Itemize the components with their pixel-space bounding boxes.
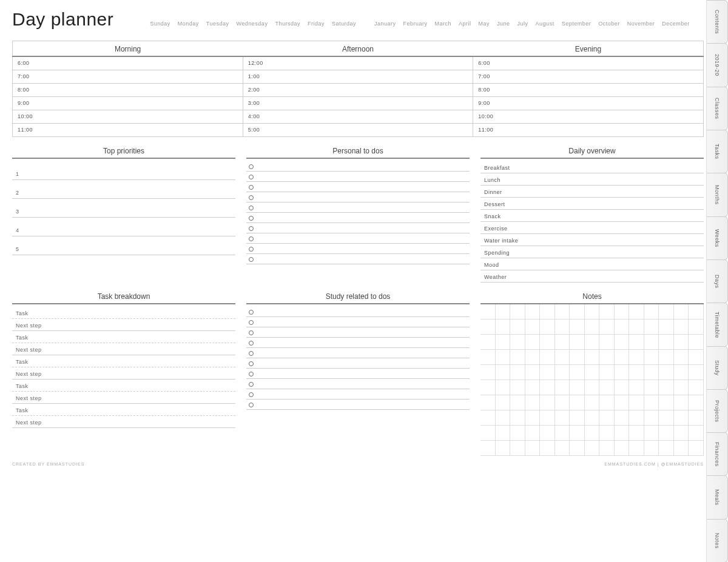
month-november[interactable]: November: [627, 21, 655, 27]
month-october[interactable]: October: [598, 21, 620, 27]
breakdown-task-row[interactable]: Task: [12, 355, 235, 367]
tab-projects[interactable]: Projects: [706, 389, 728, 433]
schedule-cell[interactable]: 10:00: [13, 110, 243, 123]
radio-icon[interactable]: [249, 257, 254, 262]
schedule-cell[interactable]: 11:00: [473, 123, 704, 136]
overview-row[interactable]: Dessert: [480, 198, 704, 210]
overview-row[interactable]: Dinner: [480, 186, 704, 198]
month-january[interactable]: January: [374, 21, 396, 27]
radio-icon[interactable]: [249, 247, 254, 252]
weekday-sunday[interactable]: Sunday: [150, 21, 170, 27]
schedule-cell[interactable]: 3:00: [243, 96, 473, 110]
radio-icon[interactable]: [249, 236, 254, 241]
study-todo-row[interactable]: [246, 389, 470, 400]
personal-todo-row[interactable]: [246, 213, 470, 223]
schedule-cell[interactable]: 6:00: [473, 56, 704, 70]
schedule-cell[interactable]: 4:00: [243, 110, 473, 123]
radio-icon[interactable]: [249, 320, 254, 325]
radio-icon[interactable]: [249, 330, 254, 335]
radio-icon[interactable]: [249, 195, 254, 200]
breakdown-task-row[interactable]: Task: [12, 307, 235, 319]
month-september[interactable]: September: [562, 21, 592, 27]
radio-icon[interactable]: [249, 216, 254, 221]
radio-icon[interactable]: [249, 185, 254, 190]
month-may[interactable]: May: [479, 21, 490, 27]
radio-icon[interactable]: [249, 341, 254, 346]
tab-meals[interactable]: Meals: [706, 475, 728, 519]
radio-icon[interactable]: [249, 403, 254, 407]
radio-icon[interactable]: [249, 392, 254, 397]
breakdown-task-row[interactable]: Task: [12, 404, 235, 416]
study-todo-row[interactable]: [246, 317, 470, 327]
breakdown-next-row[interactable]: Next step: [12, 319, 235, 331]
schedule-cell[interactable]: 7:00: [13, 70, 243, 83]
radio-icon[interactable]: [249, 382, 254, 387]
priority-row[interactable]: 3: [12, 199, 235, 218]
overview-row[interactable]: Water intake: [480, 234, 704, 246]
month-july[interactable]: July: [517, 21, 528, 27]
overview-row[interactable]: Breakfast: [480, 161, 704, 173]
month-april[interactable]: April: [459, 21, 471, 27]
tab-contents[interactable]: Contents: [706, 0, 728, 44]
weekday-friday[interactable]: Friday: [308, 21, 325, 27]
schedule-cell[interactable]: 10:00: [473, 110, 704, 123]
breakdown-task-row[interactable]: Task: [12, 380, 235, 392]
tab-finances[interactable]: Finances: [706, 432, 728, 476]
radio-icon[interactable]: [249, 226, 254, 231]
tab-timetable[interactable]: Timetable: [706, 303, 728, 346]
month-march[interactable]: March: [435, 21, 452, 27]
tab-classes[interactable]: Classes: [706, 87, 728, 130]
schedule-cell[interactable]: 6:00: [13, 56, 243, 70]
study-todo-row[interactable]: [246, 338, 470, 348]
radio-icon[interactable]: [249, 206, 254, 210]
study-todo-row[interactable]: [246, 400, 470, 410]
tab-tasks[interactable]: Tasks: [706, 130, 728, 173]
weekday-wednesday[interactable]: Wednesday: [237, 21, 268, 27]
overview-row[interactable]: Exercise: [480, 222, 704, 234]
weekday-saturday[interactable]: Saturday: [332, 21, 356, 27]
weekday-monday[interactable]: Monday: [178, 21, 199, 27]
personal-todo-row[interactable]: [246, 254, 470, 264]
weekday-tuesday[interactable]: Tuesday: [206, 21, 229, 27]
study-todo-row[interactable]: [246, 327, 470, 338]
schedule-cell[interactable]: 8:00: [473, 83, 704, 96]
overview-row[interactable]: Mood: [480, 258, 704, 270]
overview-row[interactable]: Snack: [480, 210, 704, 222]
schedule-cell[interactable]: 9:00: [13, 96, 243, 110]
schedule-cell[interactable]: 1:00: [243, 70, 473, 83]
personal-todo-row[interactable]: [246, 161, 470, 172]
breakdown-next-row[interactable]: Next step: [12, 343, 235, 355]
overview-row[interactable]: Weather: [480, 270, 704, 283]
schedule-cell[interactable]: 12:00: [243, 56, 473, 70]
personal-todo-row[interactable]: [246, 233, 470, 244]
schedule-cell[interactable]: 8:00: [13, 83, 243, 96]
study-todo-row[interactable]: [246, 358, 470, 369]
radio-icon[interactable]: [249, 361, 254, 366]
priority-row[interactable]: 5: [12, 236, 235, 255]
study-todo-row[interactable]: [246, 348, 470, 358]
breakdown-next-row[interactable]: Next step: [12, 367, 235, 380]
schedule-cell[interactable]: 11:00: [13, 123, 243, 136]
overview-row[interactable]: Lunch: [480, 173, 704, 186]
study-todo-row[interactable]: [246, 369, 470, 379]
priority-row[interactable]: 4: [12, 218, 235, 236]
personal-todo-row[interactable]: [246, 172, 470, 182]
schedule-cell[interactable]: 9:00: [473, 96, 704, 110]
schedule-cell[interactable]: 5:00: [243, 123, 473, 136]
schedule-cell[interactable]: 7:00: [473, 70, 704, 83]
month-february[interactable]: February: [403, 21, 428, 27]
tab-2019-20[interactable]: 2019-20: [706, 43, 728, 87]
breakdown-next-row[interactable]: Next step: [12, 392, 235, 404]
personal-todo-row[interactable]: [246, 202, 470, 213]
weekday-thursday[interactable]: Thursday: [275, 21, 300, 27]
radio-icon[interactable]: [249, 310, 254, 315]
priority-row[interactable]: 2: [12, 180, 235, 199]
radio-icon[interactable]: [249, 351, 254, 356]
personal-todo-row[interactable]: [246, 182, 470, 192]
month-august[interactable]: August: [536, 21, 554, 27]
tab-notes[interactable]: Notes: [706, 519, 728, 562]
month-june[interactable]: June: [497, 21, 510, 27]
study-todo-row[interactable]: [246, 379, 470, 389]
month-december[interactable]: December: [662, 21, 690, 27]
tab-days[interactable]: Days: [706, 259, 728, 303]
